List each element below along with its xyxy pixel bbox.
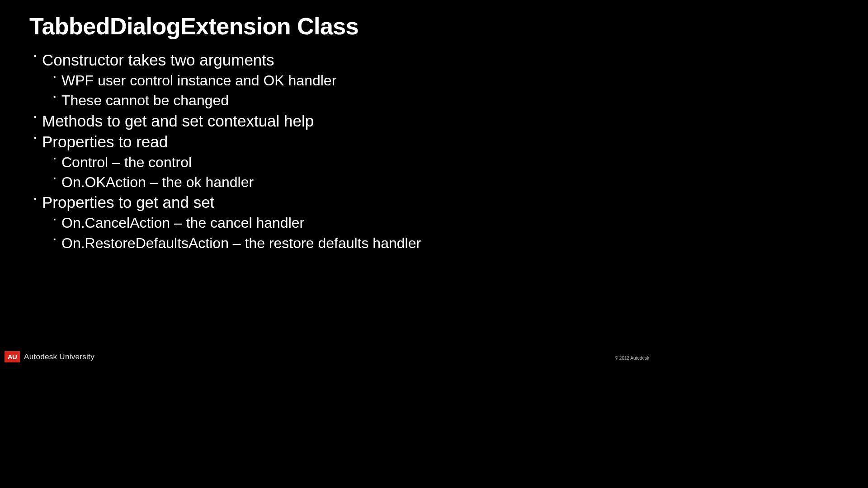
sub-list: On.CancelAction – the cancel handler On.… bbox=[42, 213, 629, 253]
list-item: Control – the control bbox=[53, 152, 629, 172]
list-item: Properties to read Control – the control… bbox=[34, 131, 629, 192]
list-item: WPF user control instance and OK handler bbox=[53, 70, 629, 90]
au-logo-icon: AU bbox=[5, 351, 20, 362]
bullet-text: Constructor takes two arguments bbox=[42, 51, 274, 69]
bullet-text: On.CancelAction – the cancel handler bbox=[61, 215, 304, 231]
bullet-text: Properties to read bbox=[42, 133, 168, 150]
slide-title: TabbedDialogExtension Class bbox=[29, 13, 629, 40]
list-item: On.RestoreDefaultsAction – the restore d… bbox=[53, 233, 629, 253]
copyright-text: © 2012 Autodesk bbox=[615, 356, 649, 361]
sub-list: WPF user control instance and OK handler… bbox=[42, 70, 629, 110]
list-item: On.CancelAction – the cancel handler bbox=[53, 213, 629, 233]
list-item: Properties to get and set On.CancelActio… bbox=[34, 192, 629, 253]
bullet-text: These cannot be changed bbox=[61, 92, 229, 108]
bullet-text: On.RestoreDefaultsAction – the restore d… bbox=[61, 235, 421, 251]
bullet-text: WPF user control instance and OK handler bbox=[61, 72, 336, 89]
list-item: These cannot be changed bbox=[53, 90, 629, 110]
bullet-text: Control – the control bbox=[61, 154, 192, 170]
list-item: Constructor takes two arguments WPF user… bbox=[34, 50, 629, 111]
bullet-text: Methods to get and set contextual help bbox=[42, 112, 314, 130]
footer: AU Autodesk University bbox=[5, 351, 94, 362]
list-item: On.OKAction – the ok handler bbox=[53, 172, 629, 192]
sub-list: Control – the control On.OKAction – the … bbox=[42, 152, 629, 192]
bullet-text: Properties to get and set bbox=[42, 193, 214, 211]
bullet-list: Constructor takes two arguments WPF user… bbox=[29, 50, 629, 253]
bullet-text: On.OKAction – the ok handler bbox=[61, 174, 254, 190]
slide: TabbedDialogExtension Class Constructor … bbox=[0, 0, 658, 369]
list-item: Methods to get and set contextual help bbox=[34, 111, 629, 131]
footer-brand-text: Autodesk University bbox=[24, 352, 94, 361]
